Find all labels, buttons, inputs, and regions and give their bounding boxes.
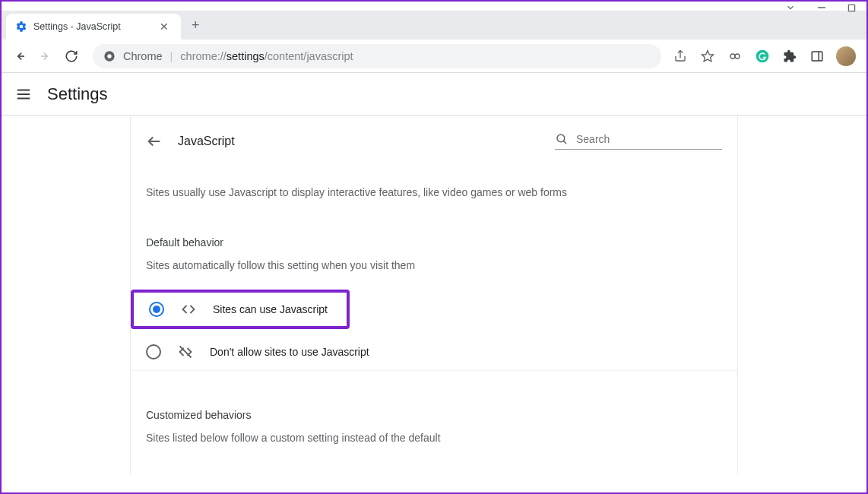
new-tab-button[interactable]: + [181, 17, 211, 33]
extensions-icon[interactable] [781, 48, 798, 65]
svg-point-9 [735, 54, 740, 59]
grammarly-icon[interactable] [754, 48, 771, 65]
close-icon[interactable]: ✕ [157, 21, 172, 33]
reload-button[interactable] [61, 46, 82, 67]
sidepanel-icon[interactable] [809, 48, 825, 65]
back-button[interactable] [9, 46, 30, 67]
options-list: Sites can use Javascript Don't allow sit… [131, 290, 737, 371]
settings-header: Settings [2, 73, 866, 116]
radio-unselected[interactable] [146, 344, 161, 359]
search-box[interactable] [555, 132, 722, 150]
browser-chrome: Settings - JavaScript ✕ + Chrome | chrom… [2, 2, 866, 73]
window-maximize-icon[interactable] [847, 4, 856, 12]
content: JavaScript Sites usually use Javascript … [130, 116, 738, 474]
window-controls [2, 2, 866, 11]
content-wrap: JavaScript Sites usually use Javascript … [2, 116, 866, 474]
window-minimize-icon[interactable] [817, 3, 826, 12]
chrome-icon [103, 50, 116, 62]
svg-point-5 [107, 54, 111, 58]
tab-strip: Settings - JavaScript ✕ + [2, 11, 866, 40]
avatar[interactable] [836, 46, 856, 66]
svg-line-19 [180, 347, 192, 358]
option-label: Sites can use Javascript [213, 303, 328, 315]
default-behavior-label: Default behavior [131, 198, 737, 249]
star-icon[interactable] [699, 48, 716, 65]
svg-rect-11 [812, 52, 822, 61]
address-prefix: Chrome [123, 50, 163, 62]
default-behavior-sub: Sites automatically follow this setting … [131, 249, 737, 271]
browser-toolbar: Chrome | chrome://settings/content/javas… [2, 40, 866, 73]
radio-selected[interactable] [149, 302, 164, 317]
svg-marker-7 [702, 50, 714, 61]
customized-behaviors-sub: Sites listed below follow a custom setti… [131, 421, 737, 444]
svg-point-17 [557, 135, 565, 142]
svg-line-18 [563, 141, 566, 144]
page-description: Sites usually use Javascript to display … [131, 156, 737, 198]
page-title: JavaScript [178, 135, 555, 148]
search-input[interactable] [576, 133, 722, 145]
customized-behaviors-label: Customized behaviors [131, 371, 737, 421]
svg-point-8 [730, 54, 735, 59]
toolbar-icons [672, 46, 859, 66]
svg-rect-1 [848, 5, 854, 11]
address-divider: | [170, 50, 173, 62]
tab-title: Settings - JavaScript [33, 21, 150, 32]
address-bar[interactable]: Chrome | chrome://settings/content/javas… [93, 44, 661, 68]
code-icon [181, 302, 196, 317]
link-icon[interactable] [727, 48, 743, 65]
search-icon [555, 132, 569, 146]
gear-icon [15, 21, 27, 33]
code-blocked-icon [178, 344, 193, 359]
address-text: chrome://settings/content/javascript [180, 50, 651, 62]
svg-point-10 [756, 49, 769, 62]
back-arrow-icon[interactable] [146, 133, 163, 150]
option-allow-js[interactable]: Sites can use Javascript [131, 290, 350, 329]
share-icon[interactable] [672, 48, 689, 65]
window-caret-icon[interactable] [785, 2, 796, 13]
settings-title: Settings [47, 84, 108, 104]
option-label: Don't allow sites to use Javascript [210, 346, 369, 358]
menu-icon[interactable] [15, 86, 32, 103]
page-head: JavaScript [131, 132, 737, 156]
forward-button[interactable] [35, 46, 56, 67]
option-block-js[interactable]: Don't allow sites to use Javascript [131, 334, 737, 371]
browser-tab[interactable]: Settings - JavaScript ✕ [6, 14, 181, 40]
